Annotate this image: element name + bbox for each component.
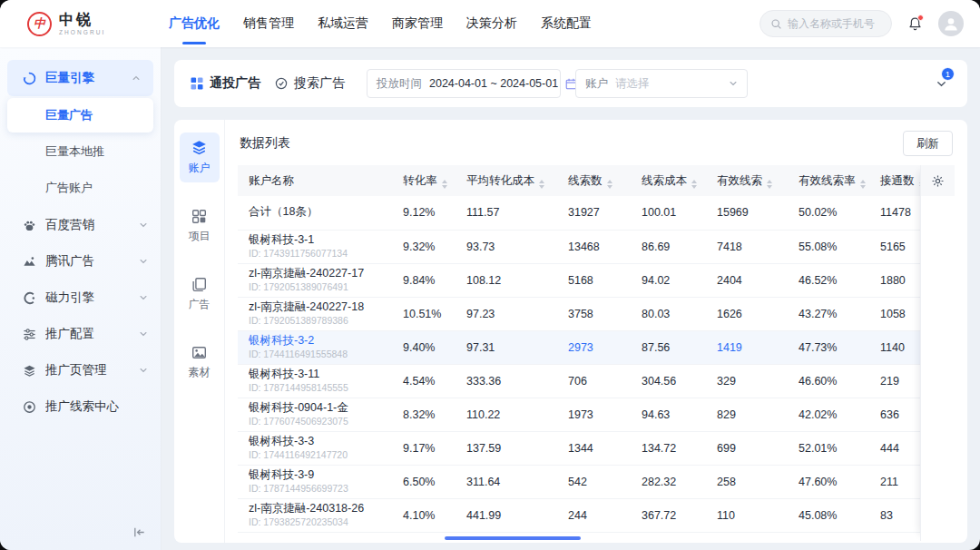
sidebar-item[interactable]: 腾讯广告 [0, 243, 161, 280]
date-range-picker[interactable]: 投放时间 2024-04-01 ~ 2024-05-01 [367, 69, 561, 98]
sidebar-subitem[interactable]: 巨量广告 [7, 98, 153, 133]
metric-cell: 134.72 [631, 431, 706, 465]
metric-cell: 1140 [869, 330, 920, 364]
column-header[interactable]: 接通数 [869, 165, 920, 196]
entity-tab[interactable]: 账户 [180, 133, 220, 182]
sidebar-item[interactable]: 巨量引擎 [7, 60, 153, 96]
metric-cell: 111.57 [456, 196, 557, 230]
account-id: ID: 1744116491555848 [249, 349, 381, 360]
sort-icons[interactable] [691, 180, 697, 189]
sort-icons[interactable] [539, 180, 544, 189]
panel-head: 数据列表 刷新 [238, 131, 955, 165]
column-settings-gear-icon[interactable] [921, 165, 955, 196]
notification-bell-icon[interactable] [907, 16, 923, 32]
table-scroll-area[interactable]: 账户名称转化率平均转化成本线索数线索成本有效线索有效线索率接通数合计（18条）9… [238, 165, 920, 541]
table-row[interactable]: zl-南京捷融-240227-17ID: 17920513890764919.8… [238, 263, 920, 297]
account-name: zl-南京捷融-240227-17 [249, 267, 381, 281]
table-row[interactable]: zl-南京捷融-240227-18ID: 179205138978938610.… [238, 297, 920, 330]
sidebar: 巨量引擎巨量广告巨量本地推广告账户百度营销腾讯广告磁力引擎推广配置推广页管理推广… [0, 47, 162, 550]
account-name: 银树科技-3-11 [249, 368, 381, 382]
tab-search-ads-label: 搜索广告 [294, 75, 345, 92]
account-select[interactable]: 账户 请选择 [575, 69, 748, 98]
column-header[interactable]: 有效线索率 [788, 165, 869, 196]
sidebar-subitem[interactable]: 巨量本地推 [7, 134, 153, 169]
account-name-cell: 合计（18条） [238, 196, 392, 230]
sort-icons[interactable] [860, 180, 866, 189]
entity-tab[interactable]: 素材 [180, 339, 220, 387]
table-row[interactable]: 银树科技-3-9ID: 17871449566997236.50%311.645… [238, 465, 920, 498]
panel-title: 数据列表 [240, 135, 290, 152]
table-row[interactable]: 银树科技-3-1ID: 17439117560771349.32%93.7313… [238, 230, 920, 263]
user-avatar[interactable] [938, 11, 964, 36]
metric-cell: 87.56 [631, 330, 706, 364]
sidebar-collapse-icon[interactable] [132, 525, 146, 539]
tab-general-ads-label: 通投广告 [210, 75, 260, 92]
column-header-label: 线索数 [568, 174, 603, 187]
account-name-cell: 银树科技-3-2ID: 1744116491555848 [238, 330, 392, 364]
metric-cell: 636 [869, 398, 920, 431]
table-row[interactable]: zl-南京捷融-240318-26ID: 17938257202350344.1… [238, 498, 920, 532]
table-row[interactable]: 银树科技-3-11ID: 17871449581455554.54%333.36… [238, 364, 920, 398]
column-header[interactable]: 转化率 [392, 165, 456, 196]
horizontal-scrollbar-thumb[interactable] [445, 536, 581, 540]
sort-icons[interactable] [767, 180, 772, 189]
column-header[interactable]: 平均转化成本 [456, 165, 557, 196]
column-header[interactable]: 线索数 [557, 165, 631, 196]
brand-logo: 中 中锐 ZHONGRUI [0, 12, 162, 36]
sidebar-item[interactable]: 磁力引擎 [0, 280, 161, 316]
tab-search-ads[interactable]: 搜索广告 [275, 75, 345, 92]
table-row[interactable]: 银树科技-3-3ID: 17441164921477209.17%137.591… [238, 431, 920, 465]
sidebar-item[interactable]: 百度营销 [0, 207, 161, 243]
metric-cell: 244 [557, 498, 631, 532]
brand-logo-icon: 中 [27, 12, 52, 36]
top-nav-item[interactable]: 销售管理 [241, 0, 296, 47]
account-select-label: 账户 [585, 76, 608, 92]
refresh-button[interactable]: 刷新 [903, 131, 953, 156]
table-row[interactable]: 合计（18条）9.12%111.5731927100.011596950.02%… [238, 196, 920, 230]
tab-general-ads[interactable]: 通投广告 [191, 75, 260, 92]
metric-cell: 8.32% [392, 398, 456, 431]
metric-cell: 10.51% [392, 297, 456, 330]
top-nav-item[interactable]: 私域运营 [316, 0, 370, 47]
sort-icons[interactable] [442, 180, 447, 189]
sidebar-item[interactable]: 推广线索中心 [0, 388, 161, 425]
metric-link[interactable]: 1419 [706, 330, 788, 364]
top-nav-item[interactable]: 广告优化 [167, 0, 221, 47]
sidebar-item-label: 推广配置 [45, 326, 130, 342]
search-input[interactable]: 输入名称或手机号 [760, 10, 892, 37]
column-header-label: 接通数 [880, 174, 915, 187]
entity-tab[interactable]: 项目 [180, 202, 220, 250]
account-id: ID: 1776074506923075 [249, 416, 381, 427]
metric-cell: 4.54% [392, 364, 456, 398]
search-icon [770, 18, 782, 30]
tencent-icon [22, 255, 36, 269]
column-header[interactable]: 线索成本 [631, 165, 706, 196]
chevron-down-icon [139, 329, 148, 339]
sidebar-item[interactable]: 推广页管理 [0, 352, 161, 388]
column-header[interactable]: 有效线索 [706, 165, 788, 196]
account-id: ID: 1787144956699723 [249, 483, 381, 495]
metric-link[interactable]: 2973 [557, 330, 631, 364]
table-row[interactable]: 银树科技-0904-1-金ID: 17760745069230758.32%11… [238, 398, 920, 431]
account-id: ID: 1744116492147720 [249, 449, 381, 461]
sort-icons[interactable] [607, 180, 612, 189]
column-header-label: 有效线索 [717, 174, 762, 187]
account-name-cell: 银树科技-3-9ID: 1787144956699723 [238, 465, 392, 498]
table-row[interactable]: 银树科技-3-2ID: 17441164915558489.40%97.3129… [238, 330, 920, 364]
sidebar-subitem[interactable]: 广告账户 [7, 171, 153, 205]
top-nav-item[interactable]: 商家管理 [390, 0, 445, 47]
top-nav-item[interactable]: 决策分析 [465, 0, 519, 47]
filter-collapse-toggle[interactable]: 1 [936, 78, 947, 90]
account-name: zl-南京捷融-240318-26 [249, 502, 381, 516]
top-nav-item[interactable]: 系统配置 [539, 0, 593, 47]
sidebar-item[interactable]: 推广配置 [0, 316, 161, 352]
metric-cell: 9.17% [392, 431, 456, 465]
fixed-settings-column [920, 165, 955, 541]
column-header-label: 有效线索率 [799, 174, 856, 187]
account-id: ID: 1743911756077134 [249, 248, 381, 260]
metric-cell: 219 [869, 364, 920, 398]
entity-tab[interactable]: 广告 [180, 270, 220, 319]
metric-cell: 9.84% [392, 263, 456, 297]
metric-cell: 55.08% [788, 230, 869, 263]
metric-cell: 110 [706, 498, 788, 532]
